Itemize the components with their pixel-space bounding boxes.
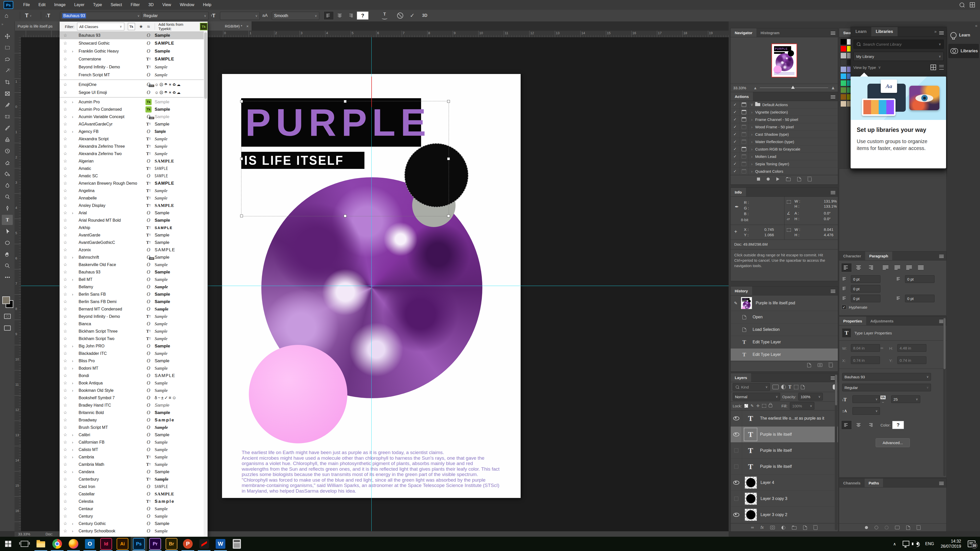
favorite-star-icon[interactable]: ☆ [63, 129, 72, 134]
properties-style-combo[interactable]: Regular∨ [842, 384, 931, 391]
hand-tool[interactable] [2, 249, 13, 259]
favorite-star-icon[interactable]: ☆ [63, 476, 72, 482]
layer-visibility-toggle[interactable] [731, 475, 742, 491]
layer-row[interactable]: TPurple is life itself [731, 459, 838, 475]
tab-paragraph[interactable]: Paragraph [865, 251, 892, 260]
search-icon[interactable] [959, 3, 964, 7]
crop-tool[interactable] [2, 77, 13, 87]
taskbar-word[interactable]: W [212, 537, 229, 551]
font-expand-icon[interactable]: › [72, 359, 79, 363]
menu-select[interactable]: Select [107, 0, 126, 10]
clock[interactable]: 14:32 26/07/2019 [941, 539, 961, 549]
font-list-item[interactable]: ☆Alexandra ScriptTTSample [60, 135, 207, 143]
font-list-item[interactable]: ☆American Brewery Rough DemoTTSAMPLE [60, 179, 207, 187]
history-step[interactable]: Load Selection [731, 324, 838, 336]
action-expand-icon[interactable]: › [749, 140, 755, 144]
font-expand-icon[interactable]: › [72, 455, 79, 459]
taskbar-outlook[interactable]: O [82, 537, 98, 551]
font-list-item[interactable]: ☆Bradley Hand ITCOSample [60, 402, 207, 409]
filter-shape-layers-icon[interactable] [794, 385, 798, 389]
font-expand-icon[interactable]: › [72, 49, 79, 53]
bucket-tool[interactable] [2, 169, 13, 179]
volume-icon[interactable] [916, 542, 918, 546]
favorites-filter-icon[interactable]: ★ [139, 24, 143, 29]
wand-tool[interactable] [2, 65, 13, 76]
layer-row[interactable]: TThe earliest life o...st as purple as i… [731, 410, 838, 427]
align-left-button[interactable] [324, 11, 334, 20]
font-list-item[interactable]: ☆French Script MTOSample [60, 71, 207, 79]
font-list-item[interactable]: ☆AnnabelleTTSample [60, 194, 207, 202]
action-check[interactable]: ✓ [731, 138, 740, 145]
list-view-icon[interactable] [939, 65, 944, 70]
font-list-item[interactable]: ☆Showcard GothicOSAMPLE [60, 39, 207, 47]
cancel-edits-button[interactable] [397, 10, 403, 21]
new-set-icon[interactable] [786, 178, 791, 181]
favorite-star-icon[interactable]: ☆ [63, 491, 72, 497]
close-tab-icon[interactable]: × [246, 24, 248, 28]
taskbar-indesign[interactable]: Id [98, 537, 115, 551]
color-swatch[interactable] [840, 80, 846, 86]
indent-field[interactable]: 0 pt [905, 295, 935, 302]
paragraph-align-1[interactable] [841, 263, 852, 272]
history-step[interactable]: TEdit Type Layer [731, 336, 838, 348]
font-list-item[interactable]: ☆CentaurOSample [60, 505, 207, 513]
color-swatch[interactable] [840, 66, 846, 73]
properties-color-swatch[interactable]: ? [892, 421, 904, 429]
favorite-star-icon[interactable]: ☆ [63, 232, 72, 238]
font-list-item[interactable]: ☆Britannic BoldOSample [60, 409, 207, 416]
new-snapshot-icon[interactable] [818, 363, 822, 367]
x-field[interactable]: 0.74 in [851, 356, 880, 364]
favorite-star-icon[interactable]: ☆ [63, 173, 72, 179]
3d-button[interactable]: 3D [422, 10, 427, 21]
network-icon[interactable] [903, 541, 909, 546]
panel-menu-icon[interactable] [831, 290, 835, 290]
action-row[interactable]: ✓∨Default Actions [731, 101, 838, 108]
favorite-star-icon[interactable]: ☆ [63, 99, 72, 105]
path-selection-icon[interactable] [885, 526, 888, 529]
paragraph-align-6[interactable] [904, 263, 914, 272]
favorite-star-icon[interactable]: ☆ [63, 210, 72, 216]
font-list-item[interactable]: ☆›Agency FBOSample [60, 128, 207, 135]
action-check[interactable]: ✓ [731, 116, 740, 123]
favorite-star-icon[interactable]: ☆ [63, 56, 72, 62]
transform-handle[interactable] [447, 100, 450, 103]
play-icon[interactable] [776, 177, 780, 181]
menu-edit[interactable]: Edit [34, 0, 50, 10]
action-row[interactable]: ✓›Frame Channel - 50 pixel [731, 116, 838, 123]
menu-image[interactable]: Image [50, 0, 70, 10]
menu-window[interactable]: Window [175, 0, 199, 10]
lock-artboard-icon[interactable] [762, 404, 766, 408]
font-list-item[interactable]: ☆›Berlin Sans FBOSample [60, 291, 207, 298]
zoom-level[interactable]: 33.33% [14, 532, 30, 536]
lock-transparency-icon[interactable] [745, 404, 748, 408]
favorite-star-icon[interactable]: ☆ [63, 440, 72, 445]
favorite-star-icon[interactable]: ☆ [63, 106, 72, 112]
font-expand-icon[interactable]: › [72, 211, 79, 215]
transform-handle[interactable] [447, 214, 450, 218]
panel-menu-icon[interactable] [939, 32, 944, 32]
color-swatches[interactable] [2, 297, 13, 308]
favorite-star-icon[interactable]: ☆ [63, 314, 72, 319]
transform-handle[interactable] [447, 157, 450, 160]
font-list-item[interactable]: ☆CanterburyTTSample [60, 475, 207, 483]
font-list-item[interactable]: ☆Amatic SCOSAMPLE [60, 172, 207, 179]
more-tool[interactable] [2, 272, 13, 283]
transform-selection-box[interactable] [241, 101, 449, 216]
action-expand-icon[interactable]: › [749, 154, 755, 159]
layer-visibility-toggle[interactable] [731, 507, 742, 523]
font-list-item[interactable]: ☆AmaticTTSAMPLE [60, 165, 207, 172]
favorite-star-icon[interactable]: ☆ [63, 121, 72, 127]
language-indicator[interactable]: ENG [925, 541, 934, 546]
lock-all-icon[interactable] [769, 404, 772, 407]
font-expand-icon[interactable]: › [72, 292, 79, 297]
font-list-item[interactable]: ☆›Book AntiquaOSample [60, 380, 207, 387]
layer-row[interactable]: Layer 3 copy 3 [731, 491, 838, 507]
font-list-item[interactable]: ☆›Franklin Gothic HeavyOSample [60, 47, 207, 55]
favorite-star-icon[interactable]: ☆ [63, 72, 72, 78]
brush-tool[interactable] [2, 123, 13, 133]
vertical-guide[interactable] [371, 37, 372, 531]
menu-view[interactable]: View [158, 0, 175, 10]
font-list-item[interactable]: ☆CastellarOSAMPLE [60, 490, 207, 498]
font-expand-icon[interactable]: › [72, 100, 79, 104]
fill-path-icon[interactable] [865, 526, 868, 529]
